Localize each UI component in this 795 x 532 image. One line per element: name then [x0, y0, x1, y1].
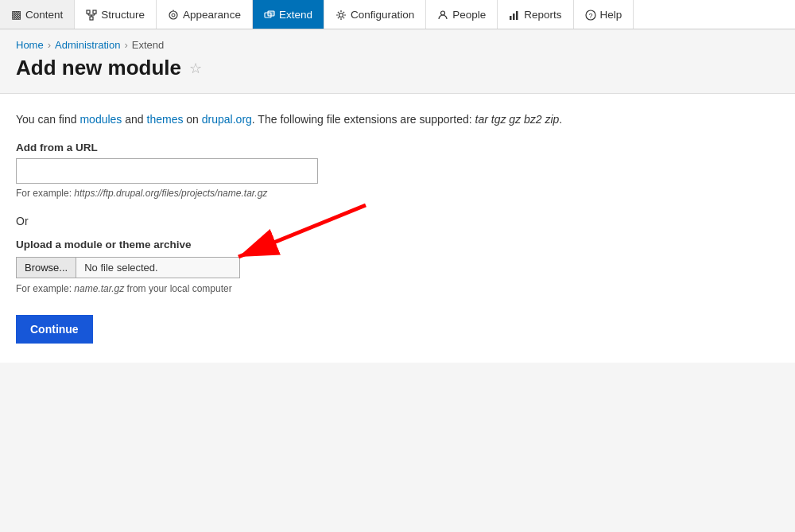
nav-help-label: Help	[600, 9, 622, 21]
url-input[interactable]	[16, 158, 318, 184]
nav-extend-label: Extend	[279, 9, 312, 21]
nav-structure-label: Structure	[101, 9, 145, 21]
extend-icon	[264, 8, 275, 21]
nav-extend[interactable]: Extend	[253, 0, 324, 29]
url-hint-prefix: For example:	[16, 188, 74, 199]
nav-configuration[interactable]: Configuration	[324, 0, 426, 29]
info-text-before: You can find	[16, 113, 80, 126]
nav-people[interactable]: People	[426, 0, 498, 29]
url-hint: For example: https://ftp.drupal.org/file…	[16, 188, 779, 199]
breadcrumb-home[interactable]: Home	[16, 39, 44, 51]
info-text-period: .	[559, 113, 562, 126]
nav-reports-label: Reports	[524, 9, 561, 21]
url-hint-example: https://ftp.drupal.org/files/projects/na…	[74, 188, 267, 199]
upload-label: Upload a module or theme archive	[16, 239, 779, 250]
page-title-area: Add new module ☆	[16, 56, 779, 80]
browse-button[interactable]: Browse...	[17, 258, 76, 278]
top-navigation: ▩ Content Structure Appearance	[0, 0, 795, 29]
or-divider: Or	[16, 215, 779, 227]
breadcrumb-sep-1: ›	[48, 39, 51, 51]
svg-rect-16	[516, 11, 518, 20]
extensions-text: tar tgz gz bz2 zip	[475, 113, 560, 126]
url-label: Add from a URL	[16, 142, 779, 153]
svg-rect-14	[510, 16, 512, 20]
continue-button[interactable]: Continue	[16, 315, 93, 344]
info-text-and: and	[122, 113, 146, 126]
nav-help[interactable]: ? Help	[574, 0, 634, 29]
svg-rect-11	[268, 11, 274, 16]
upload-wrapper: Browse... No file selected.	[16, 257, 240, 278]
svg-rect-15	[513, 14, 515, 20]
page-header: Home › Administration › Extend Add new m…	[0, 29, 795, 94]
nav-appearance-label: Appearance	[183, 9, 241, 21]
page-title: Add new module	[16, 56, 181, 80]
upload-section: Upload a module or theme archive Browse.…	[16, 239, 779, 294]
nav-configuration-label: Configuration	[351, 9, 414, 21]
no-file-label: No file selected.	[76, 258, 166, 278]
svg-point-8	[172, 14, 175, 17]
themes-link[interactable]: themes	[147, 113, 184, 126]
nav-structure[interactable]: Structure	[75, 0, 157, 29]
nav-people-label: People	[452, 9, 486, 21]
svg-point-13	[441, 11, 445, 15]
svg-rect-2	[90, 17, 93, 20]
nav-content[interactable]: ▩ Content	[0, 0, 75, 29]
svg-point-7	[169, 11, 177, 19]
upload-hint: For example: name.tar.gz from your local…	[16, 283, 779, 294]
svg-point-12	[339, 14, 343, 17]
modules-link[interactable]: modules	[80, 113, 122, 126]
info-text-after: . The following file extensions are supp…	[252, 113, 475, 126]
content-icon: ▩	[11, 8, 21, 21]
breadcrumb-sep-2: ›	[124, 39, 127, 51]
upload-hint-suffix: from your local computer	[124, 283, 231, 294]
file-input-wrapper: Browse... No file selected.	[16, 257, 240, 278]
nav-reports[interactable]: Reports	[498, 0, 573, 29]
svg-rect-1	[93, 10, 96, 14]
info-text-on: on	[183, 113, 201, 126]
breadcrumb-current: Extend	[132, 39, 164, 51]
svg-text:?: ?	[588, 12, 592, 20]
appearance-icon	[168, 8, 179, 21]
breadcrumb: Home › Administration › Extend	[16, 39, 779, 51]
configuration-icon	[335, 8, 347, 21]
help-icon: ?	[585, 8, 596, 21]
bookmark-star-icon[interactable]: ☆	[189, 60, 202, 77]
info-text: You can find modules and themes on drupa…	[16, 113, 779, 126]
nav-content-label: Content	[25, 9, 63, 21]
breadcrumb-admin[interactable]: Administration	[55, 39, 120, 51]
people-icon	[437, 8, 448, 21]
upload-hint-example: name.tar.gz	[74, 283, 124, 294]
upload-hint-prefix: For example:	[16, 283, 74, 294]
nav-appearance[interactable]: Appearance	[157, 0, 253, 29]
drupalorg-link[interactable]: drupal.org	[202, 113, 252, 126]
svg-rect-0	[87, 10, 90, 14]
reports-icon	[509, 8, 520, 21]
main-content: You can find modules and themes on drupa…	[0, 94, 795, 363]
structure-icon	[86, 8, 97, 21]
url-section: Add from a URL For example: https://ftp.…	[16, 142, 779, 199]
